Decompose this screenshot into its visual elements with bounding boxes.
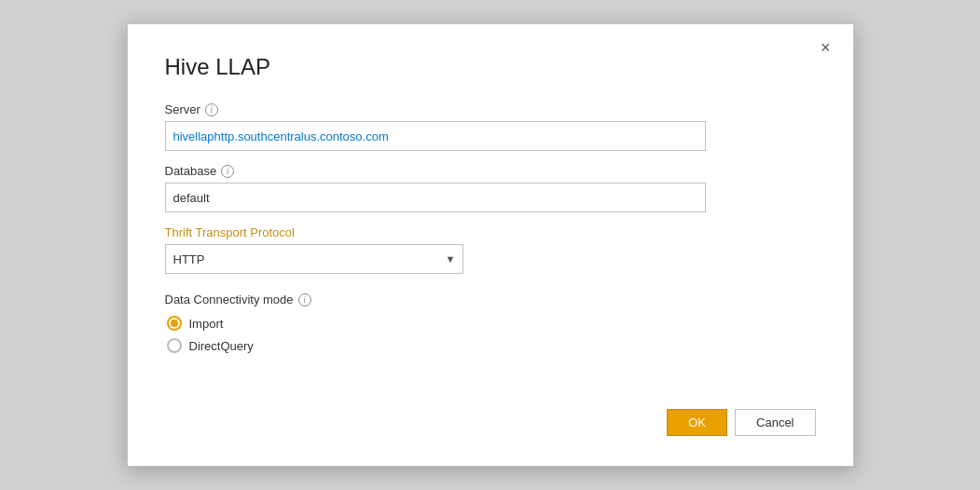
server-input[interactable] [165,121,706,151]
server-field-group: Server i [165,102,816,151]
radio-import-indicator [167,316,182,331]
ok-button[interactable]: OK [667,409,727,436]
connectivity-section: Data Connectivity mode i Import DirectQu… [165,293,816,353]
thrift-label: Thrift Transport Protocol [165,225,816,239]
database-info-icon[interactable]: i [221,165,234,178]
radio-directquery-indicator [167,338,182,353]
database-input[interactable] [165,183,706,212]
cancel-button[interactable]: Cancel [735,409,815,436]
database-label: Database i [165,164,816,178]
thrift-field-group: Thrift Transport Protocol HTTP Binary SA… [165,225,816,274]
thrift-select[interactable]: HTTP Binary SASL [165,244,463,274]
hive-llap-dialog: × Hive LLAP Server i Database i Thrift T… [127,23,854,467]
radio-import[interactable]: Import [167,316,816,331]
close-button[interactable]: × [815,37,836,58]
connectivity-label: Data Connectivity mode i [165,293,816,306]
connectivity-radio-group: Import DirectQuery [167,316,816,353]
dialog-footer: OK Cancel [165,409,816,436]
thrift-select-wrapper: HTTP Binary SASL ▼ [165,244,463,274]
dialog-title: Hive LLAP [165,54,816,80]
server-info-icon[interactable]: i [205,103,218,116]
server-label: Server i [165,102,816,116]
connectivity-info-icon[interactable]: i [298,293,311,306]
radio-import-dot [171,320,178,327]
radio-directquery[interactable]: DirectQuery [167,338,816,353]
database-field-group: Database i [165,164,816,212]
